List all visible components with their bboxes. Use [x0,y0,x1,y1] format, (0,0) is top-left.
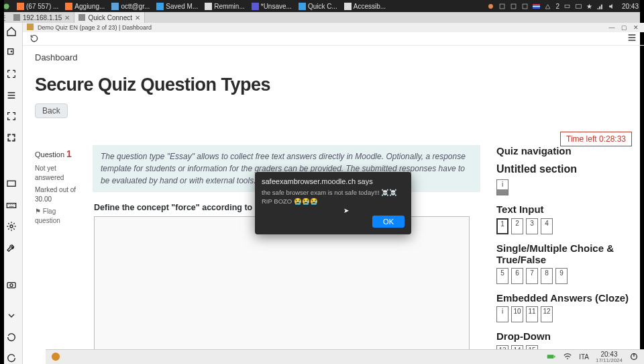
svg-rect-18 [13,14,20,21]
taskbar-item[interactable]: Remmin... [202,3,248,10]
refresh-icon[interactable] [5,331,17,343]
question-number: Question 1 [35,148,82,161]
window-minimize-icon[interactable]: — [608,24,616,31]
nav-question-cell[interactable]: 8 [541,268,553,284]
system-clock: 20:43 [619,3,641,10]
scale-icon[interactable] [5,132,17,144]
remmina-tab-strip: ⋮ 192.168.1.15✕Quick Connect✕ [0,12,644,23]
connection-tab[interactable]: 192.168.1.15✕ [9,12,74,23]
nav-question-cell[interactable]: 6 [511,268,523,284]
nav-question-cell[interactable]: 4 [541,218,553,234]
flag-question-link[interactable]: ⚑ Flag question [35,207,82,226]
nav-section-title: Embedded Answers (Cloze) [496,292,632,304]
breadcrumb[interactable]: Dashboard [35,52,632,62]
window-title: Demo Quiz EN (page 2 of 23) | Dashboard [38,24,152,31]
question-info-panel: Question 1 Not yet answered Marked out o… [35,145,82,357]
alert-ok-button[interactable]: OK [372,216,405,228]
nav-question-grid: i [496,179,632,195]
list-icon[interactable] [5,89,17,101]
svg-point-25 [10,284,13,287]
svg-rect-14 [533,5,540,6]
nav-question-grid: i101112 [496,306,632,322]
tab-close-icon[interactable]: ✕ [135,14,140,21]
hamburger-menu-icon[interactable] [627,32,637,45]
tray-icon[interactable] [521,3,529,10]
svg-rect-1 [17,3,24,10]
reconnect-icon[interactable] [5,352,17,364]
js-alert-dialog: safeexambrowser.moodle.ch says the safe … [255,172,411,234]
nav-question-cell[interactable]: 1 [496,218,508,234]
seb-statusbar: ITA 20:43 17/11/2024 [46,349,644,364]
essay-answer-input[interactable] [94,216,470,351]
nav-question-cell[interactable]: 10 [511,306,523,322]
svg-rect-24 [7,283,15,288]
tab-close-icon[interactable]: ✕ [64,14,70,21]
nav-section-title: Drop-Down [496,330,632,342]
duplicate-icon[interactable] [5,47,17,59]
gear-icon[interactable] [5,221,17,233]
nav-question-cell[interactable]: i [496,179,508,195]
tray-icon[interactable] [510,3,517,10]
nav-question-grid: 56789 [496,268,632,284]
svg-rect-8 [344,3,352,10]
svg-rect-4 [156,3,164,10]
tray-icon[interactable] [575,3,582,10]
connection-tab[interactable]: Quick Connect✕ [74,12,145,23]
nav-question-cell[interactable]: 9 [555,268,568,284]
tray-icon[interactable] [487,3,494,10]
nav-question-cell[interactable]: 5 [496,268,508,284]
alert-title: safeexambrowser.moodle.ch says [262,177,405,185]
cursor-icon: ➤ [343,207,349,214]
svg-rect-6 [252,3,259,10]
svg-rect-19 [78,14,85,21]
taskbar-item[interactable]: Accessib... [341,3,388,10]
nav-question-cell[interactable]: 11 [526,306,538,322]
tray-icon[interactable] [564,3,571,10]
svg-rect-5 [205,3,212,10]
window-maximize-icon[interactable]: ▢ [620,24,628,31]
tray-volume-icon[interactable] [608,3,615,10]
nav-question-cell[interactable]: 2 [511,218,523,234]
taskbar-item[interactable]: Quick C... [296,3,340,10]
status-lang[interactable]: ITA [579,353,589,361]
tray-icon[interactable] [498,3,506,10]
nav-question-grid: 1234 [496,218,632,234]
nav-question-cell[interactable]: 12 [541,306,553,322]
svg-rect-10 [500,4,504,9]
status-clock: 20:43 [596,351,623,358]
svg-rect-7 [299,3,306,10]
home-icon[interactable] [5,26,17,38]
screen-icon[interactable] [5,178,17,190]
fit-icon[interactable] [5,111,17,123]
nav-question-cell[interactable]: 3 [526,218,538,234]
nav-section-title: Untitled section [496,163,632,175]
tray-network-icon[interactable] [596,3,604,10]
nav-question-cell[interactable]: i [496,306,508,322]
back-button[interactable]: Back [35,103,68,118]
fullscreen-icon[interactable] [5,68,17,80]
taskbar-item[interactable]: *Unsave... [249,3,294,10]
tray-star-icon[interactable]: ★ [586,3,592,10]
alert-message: the safe browser exam is not safe today!… [262,188,405,206]
power-icon[interactable] [629,352,639,363]
tray-flag-icon[interactable] [533,3,540,10]
keyboard-icon[interactable] [5,199,17,212]
nav-section-title: Text Input [496,203,632,215]
svg-rect-12 [523,4,527,9]
reload-icon[interactable] [30,34,40,44]
tray-icon[interactable]: 2 [555,3,559,10]
svg-rect-21 [7,181,15,186]
chevron-down-icon[interactable] [5,310,17,322]
camera-icon[interactable] [5,279,17,291]
taskbar-item[interactable]: Saved M... [154,3,201,10]
nav-question-cell[interactable]: 7 [526,268,538,284]
taskbar-item[interactable]: (67 557) ... [14,3,61,10]
system-taskbar: (67 557) ...Aggiung...octt@gr...Saved M.… [0,0,644,12]
window-close-icon[interactable]: ✕ [632,24,640,31]
tray-icon[interactable] [544,3,551,10]
window-titlebar: Demo Quiz EN (page 2 of 23) | Dashboard … [23,23,644,32]
wrench-icon[interactable] [5,242,17,254]
svg-rect-22 [7,203,15,208]
taskbar-item[interactable]: octt@gr... [109,3,152,10]
taskbar-item[interactable]: Aggiung... [62,3,107,10]
